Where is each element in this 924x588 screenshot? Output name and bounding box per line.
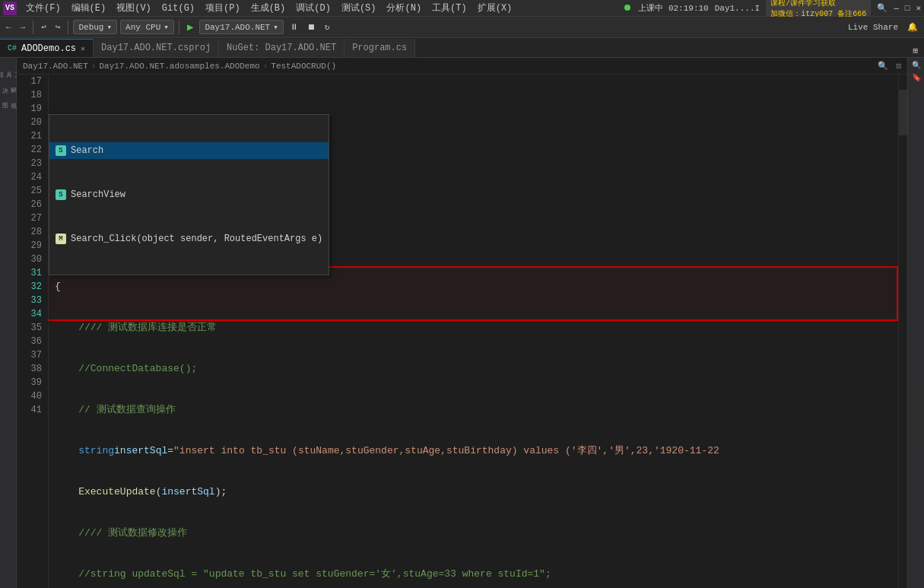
menu-build[interactable]: 生成(B) [246,0,291,16]
code-line-24: ExecuteUpdate(insertSql); [55,485,892,499]
menu-analyze[interactable]: 分析(N) [382,0,426,16]
undo-button[interactable]: ↩ [38,21,49,33]
tab-label: ADODemo.cs [21,43,76,54]
toolbar-btn2[interactable]: ⏸ [287,21,301,33]
menu-extensions[interactable]: 扩展(X) [473,0,517,16]
sidebar-icon-3[interactable]: 视图 [2,91,14,103]
right-icon-bookmark[interactable]: 🔖 [910,73,922,85]
live-share-button[interactable]: Live Share [845,21,901,33]
code-line-22: // 测试数据查询操作 [55,403,892,417]
breadcrumb-sep1: › [91,62,97,71]
tab-label4: Program.cs [352,43,407,53]
code-editor[interactable]: 17 18 19 20 21 22 23 24 25 26 27 28 29 3… [17,75,907,588]
search-sidebar-icon[interactable]: 🔍 [878,61,888,71]
menu-view[interactable]: 视图(V) [112,0,156,16]
tab-icon: C# [8,44,17,52]
menu-git[interactable]: Git(G) [157,2,199,15]
code-line-26: //string updateSql = "update tb_stu set … [55,567,892,581]
code-line-21: //ConnectDatabase(); [55,362,892,376]
split-editor-button[interactable]: ⊞ [910,44,921,57]
menu-project[interactable]: 项目(P) [201,0,245,16]
code-line-20: //// 测试数据库连接是否正常 [55,321,892,335]
breadcrumb-class[interactable]: Day17.ADO.NET.adosamples.ADODemo [99,62,259,71]
status-dot [624,5,630,11]
autocomplete-popup[interactable]: S Search S SearchView M Search_Click(obj… [49,114,329,275]
app-container: VS 文件(F) 编辑(E) 视图(V) Git(G) 项目(P) 生成(B) … [0,0,924,588]
sep1 [33,21,33,34]
minimap-slider[interactable] [899,90,907,135]
editor-area: Day17.ADO.NET › Day17.ADO.NET.adosamples… [17,58,907,588]
right-sidebar: 🔍 🔖 [907,58,924,588]
minimap [898,75,907,588]
sep2 [68,21,68,34]
autocomplete-type-icon-m: M [56,234,66,244]
toolbar-btn3[interactable]: ⏹ [304,21,319,33]
menu-file[interactable]: 文件(F) [21,0,65,16]
cpu-dropdown[interactable]: Any CPU ▾ [120,20,174,34]
day-label: Day1....I [715,4,760,13]
tab-adodemo[interactable]: C# ADODemo.cs ✕ [0,39,94,57]
app-logo: VS [3,2,17,15]
code-line-19: { [55,280,892,294]
code-line-25: //// 测试数据修改操作 [55,526,892,540]
breadcrumb-namespace[interactable]: Day17.ADO.NET [23,62,88,71]
autocomplete-type-icon-s2: S [56,189,66,200]
chevron-down-icon: ▾ [106,22,112,32]
minimize-icon[interactable]: — [894,4,899,13]
start-button[interactable]: ▶ [184,19,196,35]
status-indicator: 上课中 02:19:10 [624,2,709,14]
breadcrumb-sep2: › [263,62,268,71]
tab-label3: NuGet: Day17.ADO.NET [227,43,336,53]
tab-close-adodemo[interactable]: ✕ [81,44,85,53]
menu-debug[interactable]: 调试(D) [291,0,335,16]
search-icon[interactable]: 🔍 [877,3,887,13]
tab-bar: C# ADODemo.cs ✕ Day17.ADO.NET.csproj NuG… [0,38,924,58]
right-icon-search[interactable]: 🔍 [910,61,922,73]
tab-program[interactable]: Program.cs [345,39,415,57]
tab-nuget[interactable]: NuGet: Day17.ADO.NET [219,39,345,57]
menu-tools[interactable]: 工具(T) [427,0,472,16]
sidebar-icon-2[interactable]: 解决 [2,76,14,88]
project-dropdown[interactable]: Day17.ADO.NET ▾ [199,20,283,34]
back-button[interactable]: ← [3,21,14,33]
notifications-icon[interactable]: 🔔 [904,21,921,33]
autocomplete-label3: Search_Click(object sender, RoutedEventA… [71,232,322,246]
menu-edit[interactable]: 编辑(E) [67,0,111,16]
breadcrumb-method[interactable]: TestADOCRUD() [271,62,336,71]
autocomplete-item-search-click[interactable]: M Search_Click(object sender, RoutedEven… [49,230,329,247]
close-icon[interactable]: ✕ [916,3,921,13]
autocomplete-type-icon-s: S [56,145,66,156]
code-line-23: string insertSql = "insert into tb_stu (… [55,444,892,458]
redo-button[interactable]: ↪ [52,21,64,33]
debug-config-dropdown[interactable]: Debug ▾ [73,20,117,34]
toolbar-btn4[interactable]: ↻ [322,21,333,33]
chevron-down-icon2: ▾ [164,22,169,32]
left-sidebar: 工具箱 解决 视图 [0,58,17,588]
toolbar: ← → ↩ ↪ Debug ▾ Any CPU ▾ ▶ Day17.ADO.NE… [0,17,924,38]
autocomplete-label: Search [71,144,103,157]
tab-csproj[interactable]: Day17.ADO.NET.csproj [94,39,219,57]
split-icon[interactable]: ⊡ [896,61,901,71]
chevron-down-icon3: ▾ [273,22,278,32]
autocomplete-item-searchview[interactable]: S SearchView [49,186,329,203]
maximize-icon[interactable]: □ [905,4,910,13]
sidebar-icon-1[interactable]: 工具箱 [2,61,14,73]
menu-bar: VS 文件(F) 编辑(E) 视图(V) Git(G) 项目(P) 生成(B) … [0,0,924,17]
forward-button[interactable]: → [17,21,29,33]
breadcrumb-bar: Day17.ADO.NET › Day17.ADO.NET.adosamples… [17,58,907,75]
tab-label2: Day17.ADO.NET.csproj [101,43,211,53]
code-content[interactable]: S Search S SearchView M Search_Click(obj… [49,75,898,588]
autocomplete-label2: SearchView [71,188,125,202]
line-numbers: 17 18 19 20 21 22 23 24 25 26 27 28 29 3… [17,75,49,588]
sep3 [179,21,179,34]
autocomplete-item-search[interactable]: S Search [49,142,329,159]
menu-test[interactable]: 测试(S) [337,0,381,16]
